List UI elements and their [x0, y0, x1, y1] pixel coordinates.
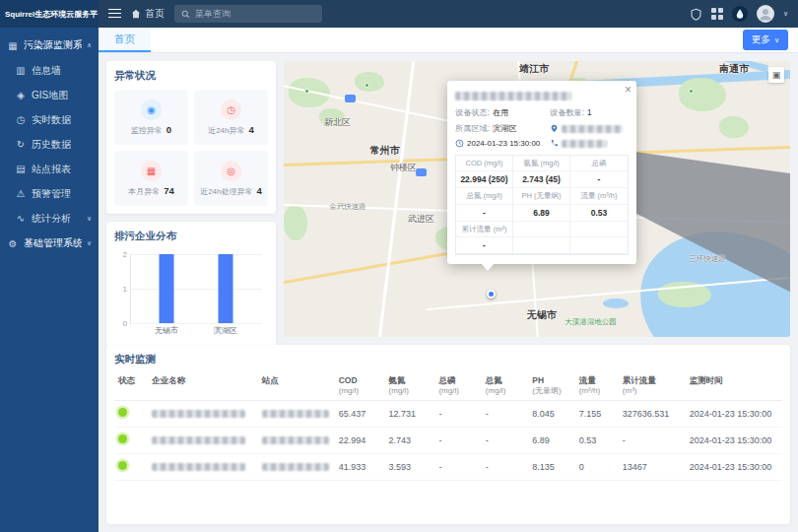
chart-category-label: 无锡市 — [155, 325, 178, 336]
value-cell: 7.155 — [575, 400, 619, 427]
device-status-label: 设备状态: — [455, 107, 490, 118]
table-row[interactable]: 41.9333.593--8.1350134672024-01-23 15:30… — [114, 453, 782, 480]
stat-item-2: ▦本月异常74 — [114, 151, 188, 206]
sidebar-item[interactable]: ▤站点报表 — [0, 157, 99, 181]
more-button[interactable]: 更多 ∨ — [743, 30, 788, 50]
map-label: 无锡市 — [527, 308, 557, 322]
water-drop-logo[interactable] — [732, 6, 748, 22]
distribution-chart-card: 排污企业分布 012无锡市滨湖区 — [106, 222, 276, 347]
popup-metrics: COD (mg/l)氨氮 (mg/l)总磷22.994 (250)2.743 (… — [455, 155, 629, 255]
company-cell — [148, 400, 258, 427]
chart-gridline — [131, 289, 262, 290]
sidebar-section-1[interactable]: ⚙基础管理系统∨ — [0, 231, 99, 256]
company-cell — [148, 427, 258, 453]
chevron-down-icon[interactable]: ∨ — [783, 10, 788, 18]
stat-item-3: ◎近24h处理异常4 — [194, 151, 268, 206]
status-cell — [114, 400, 148, 427]
search-input[interactable] — [195, 9, 315, 19]
map-label: 常州市 — [369, 144, 399, 158]
sidebar-section-0[interactable]: ▦污染源监测系统∧ — [0, 33, 99, 58]
sidebar-section-label: 基础管理系统 — [24, 236, 82, 250]
popup-tail — [481, 263, 495, 271]
phone-redacted — [562, 140, 607, 148]
station-marker[interactable] — [487, 290, 496, 299]
monitor-icon: ◉ — [141, 100, 162, 120]
site-cell — [258, 400, 335, 427]
close-icon[interactable]: × — [625, 84, 632, 96]
distribution-chart: 012无锡市滨湖区 — [114, 250, 268, 339]
stat-item-0: ◉监控异常0 — [114, 90, 188, 145]
hamburger-menu-icon[interactable] — [108, 9, 121, 19]
map-label: 靖江市 — [519, 62, 549, 76]
sidebar-item[interactable]: ▥信息墙 — [0, 58, 99, 83]
settings-icon: ⚙ — [7, 238, 19, 249]
popup-metric-value: - — [456, 205, 513, 222]
stat-value: 0 — [166, 124, 171, 135]
popup-metric-label — [570, 222, 628, 237]
map[interactable]: 靖江市南通市新北区常州市钟楼区金武快速路武进区无锡市大溪港湿地公园三环快速路 ▣… — [284, 61, 790, 337]
breadcrumb[interactable]: 首页 — [131, 7, 165, 21]
location-pin-icon — [550, 124, 559, 133]
region-label: 所属区域: — [455, 123, 490, 134]
sidebar-item[interactable]: ↻历史数据 — [0, 132, 99, 157]
realtime-monitor-card: 实时监测 状态企业名称站点COD(mg/l)氨氮(mg/l)总磷(mg/l)总氮… — [106, 345, 790, 524]
popup-metric-label — [513, 222, 570, 237]
search-box[interactable] — [174, 5, 322, 23]
value-cell: - — [482, 453, 528, 480]
popup-metric-value — [570, 237, 628, 254]
popup-metric-value: 22.994 (250) — [456, 171, 513, 188]
sidebar-item[interactable]: ◷实时数据 — [0, 107, 99, 132]
tabbar: 首页 更多 ∨ — [99, 28, 798, 53]
shield-icon[interactable] — [690, 8, 702, 21]
chart-bar — [218, 254, 233, 323]
realtime-card-title: 实时监测 — [114, 353, 782, 366]
popup-metric-value — [513, 237, 570, 254]
device-status-value: 在用 — [493, 107, 508, 118]
value-cell: 13467 — [619, 453, 686, 480]
realtime-icon: ◷ — [15, 114, 27, 125]
search-icon — [181, 10, 190, 19]
map-info-popup: × 设备状态:在用 设备数量:1 所属区域:滨湖区 2024-01-23 15:… — [447, 81, 636, 264]
sidebar-item[interactable]: ⚠预警管理 — [0, 181, 99, 206]
popup-time: 2024-01-23 15:30:00 — [467, 139, 540, 148]
popup-metric-label: 氨氮 (mg/l) — [513, 156, 570, 171]
stat-value: 4 — [257, 185, 262, 196]
table-row[interactable]: 22.9942.743--6.890.53-2024-01-23 15:30:0… — [114, 427, 782, 453]
value-cell: 65.437 — [335, 400, 385, 427]
sidebar-item[interactable]: ◈GIS地图 — [0, 83, 99, 107]
value-cell: - — [482, 400, 528, 427]
chevron-down-icon: ∨ — [87, 239, 92, 247]
tab-home[interactable]: 首页 — [99, 28, 151, 52]
value-cell: - — [619, 427, 686, 453]
topbar-actions: ∨ — [690, 5, 788, 23]
popup-metric-label: 流量 (m³/h) — [570, 188, 628, 204]
abnormal-card-title: 异常状况 — [114, 69, 268, 83]
value-cell: 2024-01-23 15:30:00 — [686, 453, 782, 480]
map-label: 大溪港湿地公园 — [565, 317, 617, 327]
topbar: 首页 ∨ — [99, 0, 798, 28]
value-cell: 0 — [575, 453, 619, 480]
report-icon: ▤ — [15, 164, 27, 174]
popup-metric-value: - — [570, 171, 628, 188]
apps-grid-icon[interactable] — [711, 8, 723, 20]
value-cell: - — [434, 400, 481, 427]
user-avatar[interactable] — [757, 5, 774, 23]
column-header: PH(无量纲) — [528, 373, 574, 400]
calendar-icon: ▦ — [141, 161, 162, 181]
chart-title: 排污企业分布 — [114, 230, 268, 243]
sidebar-item-label: 预警管理 — [32, 187, 71, 201]
breadcrumb-label: 首页 — [145, 7, 165, 21]
map-layers-control[interactable]: ▣ — [768, 67, 784, 83]
sidebar-item[interactable]: ∿统计分析∨ — [0, 206, 99, 231]
chevron-up-icon: ∧ — [87, 41, 92, 49]
site-name-redacted — [262, 410, 329, 418]
value-cell: - — [434, 427, 481, 453]
popup-metric-label: COD (mg/l) — [456, 156, 513, 171]
stat-label: 近24h异常 — [208, 125, 244, 136]
address-redacted — [562, 125, 623, 133]
value-cell: - — [482, 427, 528, 453]
table-row[interactable]: 65.43712.731--8.0457.155327636.5312024-0… — [114, 400, 782, 427]
chart-gridline — [131, 323, 262, 324]
status-online-dot — [118, 408, 127, 417]
more-button-label: 更多 — [752, 33, 770, 46]
